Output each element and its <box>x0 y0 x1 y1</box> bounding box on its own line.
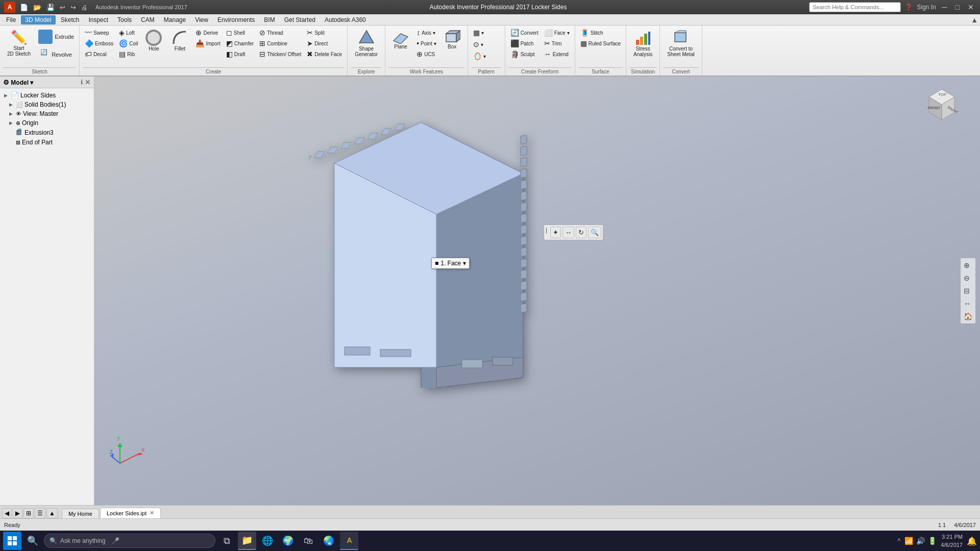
menu-bim[interactable]: BIM <box>260 15 279 24</box>
tree-item-solid-bodies[interactable]: ▶ ⬜ Solid Bodies(1) <box>2 100 92 109</box>
save-btn[interactable]: 💾 <box>45 3 56 12</box>
taskbar-search[interactable]: 🔍 Ask me anything 🎤 <box>44 534 215 548</box>
menu-manage[interactable]: Manage <box>160 15 190 24</box>
ribbon-btn-derive[interactable]: ⊕ Derive <box>193 28 222 38</box>
menu-3dmodel[interactable]: 3D Model <box>21 15 55 24</box>
ribbon-btn-sweep[interactable]: 〰 Sweep <box>83 28 115 38</box>
menu-getstarted[interactable]: Get Started <box>280 15 320 24</box>
tree-item-extrusion3[interactable]: ▶ Extrusion3 <box>2 128 92 138</box>
sidebar-close-btn[interactable]: ✕ <box>85 78 91 86</box>
maximize-btn[interactable]: □ <box>953 3 962 11</box>
ribbon-btn-direct[interactable]: ➤ Direct <box>305 38 344 48</box>
ribbon-btn-shell[interactable]: ◻ Shell <box>224 28 256 38</box>
rt-btn-4[interactable]: ↔ <box>962 298 974 309</box>
rt-btn-5[interactable]: 🏠 <box>962 311 974 322</box>
float-btn-move[interactable]: ↔ <box>562 227 574 238</box>
clock[interactable]: 3:21 PM 4/6/2017 <box>941 533 963 549</box>
menu-view[interactable]: View <box>191 15 212 24</box>
ribbon-btn-pattern3[interactable]: 🪞 ▾ <box>471 51 488 61</box>
undo-btn[interactable]: ↩ <box>58 3 67 12</box>
float-btn-zoom[interactable]: 🔍 <box>588 227 601 238</box>
ribbon-btn-shape-generator[interactable]: Shape Generator <box>351 28 382 59</box>
ribbon-btn-pattern2[interactable]: ⊙ ▾ <box>471 39 488 49</box>
tray-chevron[interactable]: ^ <box>898 537 901 544</box>
ribbon-btn-chamfer[interactable]: ◩ Chamfer <box>224 38 256 48</box>
rt-btn-2[interactable]: ⊖ <box>962 272 974 284</box>
ribbon-btn-import[interactable]: 📥 Import <box>193 38 222 48</box>
menu-cam[interactable]: CAM <box>137 15 159 24</box>
ribbon-btn-box[interactable]: Box <box>440 28 464 52</box>
ribbon-btn-combine[interactable]: ⊞ Combine <box>257 38 303 48</box>
print-btn[interactable]: 🖨 <box>80 3 89 12</box>
ribbon-btn-draft[interactable]: ◧ Draft <box>224 49 256 59</box>
new-btn[interactable]: 📄 <box>18 3 30 12</box>
menu-sketch[interactable]: Sketch <box>57 15 84 24</box>
model-dropdown-arrow[interactable]: ▾ <box>30 79 33 86</box>
ribbon-btn-emboss[interactable]: 🔷 Emboss <box>83 38 115 48</box>
ribbon-btn-split[interactable]: ✂ Split <box>305 28 344 38</box>
chrome-btn[interactable]: 🌏 <box>320 532 338 550</box>
ribbon-btn-pattern1[interactable]: ▦ ▾ <box>471 28 488 38</box>
tray-icon-2[interactable]: 🔊 <box>916 537 925 545</box>
ribbon-btn-stitch[interactable]: 🧵 Stitch <box>578 28 623 38</box>
ribbon-btn-fillet[interactable]: Fillet <box>167 28 192 54</box>
tab-nav-grid[interactable]: ⊞ <box>23 508 34 518</box>
inventor-btn[interactable]: A <box>340 532 358 550</box>
ribbon-btn-extrude[interactable]: Extrude <box>36 28 76 46</box>
explorer-btn[interactable]: 📁 <box>238 532 256 550</box>
ie-btn[interactable]: 🌍 <box>279 532 297 550</box>
ribbon-btn-start-2d-sketch[interactable]: ✏️ Start 2D Sketch <box>3 28 35 59</box>
model-label[interactable]: Model <box>11 79 30 86</box>
ribbon-btn-point[interactable]: • Point ▾ <box>414 38 438 48</box>
ribbon-btn-axis[interactable]: ↕ Axis ▾ <box>414 28 438 38</box>
tab-close-locker[interactable]: ✕ <box>150 510 154 516</box>
view-cube[interactable]: TOP RIGHT FRONT <box>924 87 960 122</box>
close-btn[interactable]: ✕ <box>966 3 976 11</box>
ribbon-btn-ff-patch[interactable]: ⬛ Patch <box>508 38 541 48</box>
profile-selector[interactable]: Autodesk Inventor Professional 2017 <box>95 4 187 10</box>
face-dropdown-arrow[interactable]: ▾ <box>463 260 466 267</box>
tab-locker-sides[interactable]: Locker Sides.ipt ✕ <box>100 508 161 518</box>
ribbon-btn-convert-sheet[interactable]: Convert to Sheet Metal <box>663 28 698 59</box>
taskbar-search-btn[interactable]: 🔍 <box>23 532 42 550</box>
ribbon-btn-revolve[interactable]: 🔄 Revolve <box>36 47 76 62</box>
store-btn[interactable]: 🛍 <box>299 532 317 550</box>
ribbon-btn-thread[interactable]: ⊘ Thread <box>257 28 303 38</box>
start-button[interactable] <box>3 532 21 550</box>
ribbon-btn-ff-extend[interactable]: ↔ Extend <box>542 49 572 59</box>
face-dropdown[interactable]: ■ 1. Face ▾ <box>431 258 470 269</box>
viewport[interactable]: TOP RIGHT FRONT <box>94 77 980 505</box>
ribbon-btn-ff-convert[interactable]: 🔄 Convert <box>508 28 541 38</box>
menu-a360[interactable]: Autodesk A360 <box>321 15 370 24</box>
rt-btn-3[interactable]: ⊟ <box>962 285 974 296</box>
signin-btn[interactable]: Sign In <box>917 4 936 11</box>
help-search-input[interactable] <box>809 2 901 12</box>
ribbon-btn-ruled-surface[interactable]: ▦ Ruled Surface <box>578 38 623 48</box>
tray-icon-3[interactable]: 🔋 <box>928 537 937 545</box>
float-btn-select[interactable]: ✦ <box>550 227 561 238</box>
tree-item-locker-sides[interactable]: ▶ 📄 Locker Sides <box>2 90 92 100</box>
ribbon-btn-decal[interactable]: 🏷 Decal <box>83 49 115 59</box>
tree-item-end-of-part[interactable]: ▶ ⊠ End of Part <box>2 138 92 147</box>
tab-nav-prev[interactable]: ◀ <box>2 508 12 518</box>
tree-item-origin[interactable]: ▶ ⊕ Origin <box>2 118 92 128</box>
open-btn[interactable]: 📂 <box>32 3 43 12</box>
tab-my-home[interactable]: My Home <box>62 509 99 518</box>
ribbon-btn-ff-sculpt[interactable]: 🗿 Sculpt <box>508 49 541 59</box>
tab-nav-expand[interactable]: ▲ <box>46 508 58 518</box>
sidebar-info-btn[interactable]: ℹ <box>81 79 83 86</box>
tray-icon-1[interactable]: 📶 <box>904 537 913 545</box>
ribbon-btn-delete-face[interactable]: ✖ Delete Face <box>305 49 344 59</box>
ribbon-btn-loft[interactable]: ◈ Loft <box>117 28 140 38</box>
tab-nav-next[interactable]: ▶ <box>13 508 22 518</box>
menu-tools[interactable]: Tools <box>113 15 136 24</box>
ribbon-btn-ff-face[interactable]: ⬜ Face ▾ <box>542 28 572 38</box>
ribbon-btn-ucs[interactable]: ⊕ UCS <box>414 49 438 59</box>
help-btn[interactable]: ❓ <box>905 4 913 11</box>
menu-inspect[interactable]: Inspect <box>84 15 112 24</box>
taskview-btn[interactable]: ⧉ <box>217 532 236 550</box>
ribbon-btn-rib[interactable]: ▤ Rib <box>117 49 140 59</box>
minimize-btn[interactable]: ─ <box>940 3 949 11</box>
ribbon-btn-plane[interactable]: Plane <box>388 28 413 52</box>
ribbon-btn-stress-analysis[interactable]: Stress Analysis <box>629 28 656 59</box>
